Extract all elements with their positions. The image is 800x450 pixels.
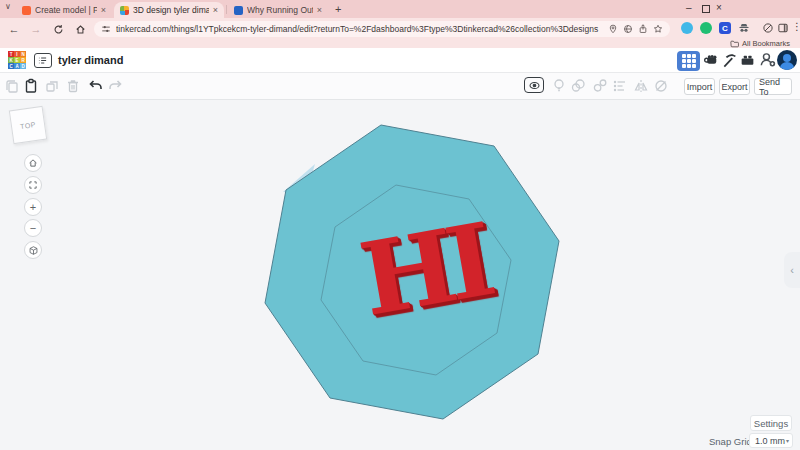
align-icon — [612, 78, 628, 94]
design-title[interactable]: tyler dimand — [58, 54, 123, 66]
group-button[interactable] — [570, 78, 586, 94]
home-icon — [75, 24, 86, 35]
forward-button[interactable]: → — [28, 21, 44, 37]
bulb-icon — [551, 78, 567, 94]
tab-close-icon[interactable]: × — [213, 6, 218, 15]
ungroup-icon — [592, 78, 608, 94]
redo-button[interactable] — [107, 78, 123, 94]
duplicate-button[interactable] — [44, 78, 60, 94]
zoom-in-button[interactable]: + — [24, 198, 42, 216]
all-bookmarks-button[interactable]: All Bookmarks — [730, 39, 790, 48]
export-button[interactable]: Export — [719, 78, 750, 95]
folder-icon — [730, 40, 739, 48]
browser-toolbar: ← → tinkercad.com/things/l1YTpkcekcm-tyl… — [0, 18, 800, 40]
paste-button[interactable] — [23, 78, 39, 94]
url-text[interactable]: tinkercad.com/things/l1YTpkcekcm-tyler-d… — [116, 24, 603, 34]
align-button[interactable] — [612, 78, 628, 94]
plus-icon: + — [30, 202, 36, 213]
redo-icon — [107, 78, 123, 94]
delete-button[interactable] — [65, 78, 81, 94]
blocks-mode-button[interactable] — [721, 51, 738, 68]
tab-article[interactable]: Why Running Outdoors In The... × — [228, 2, 328, 18]
tab-printables[interactable]: Create model | Printables.com × — [16, 2, 112, 18]
site-info-icon[interactable] — [101, 24, 111, 34]
tab-close-icon[interactable]: × — [317, 6, 322, 15]
snap-grid-value: 1.0 mm — [755, 436, 785, 446]
editor-toolbar: Import Export Send To — [0, 73, 800, 100]
profile-icon[interactable] — [762, 22, 774, 34]
share-icon[interactable] — [638, 24, 648, 34]
import-button[interactable]: Import — [684, 78, 715, 95]
view-home-button[interactable] — [24, 154, 42, 172]
extension-c-icon[interactable]: C — [719, 22, 731, 34]
location-icon[interactable] — [608, 24, 618, 34]
sim-lab-button[interactable] — [703, 51, 720, 68]
shapes-panel-toggle[interactable]: ‹ — [784, 252, 800, 288]
snap-grid-dropdown[interactable]: 1.0 mm ▾ — [749, 433, 793, 448]
pickaxe-icon — [721, 51, 738, 68]
tab-tinkercad[interactable]: 3D design tyler dimand | Tinke... × — [114, 2, 224, 18]
send-to-button[interactable]: Send To — [754, 78, 792, 95]
chevron-left-icon: ‹ — [790, 264, 794, 276]
side-panel-icon[interactable] — [777, 22, 789, 34]
ungroup-button[interactable] — [592, 78, 608, 94]
person-plus-icon — [759, 51, 776, 68]
perspective-toggle-button[interactable] — [24, 241, 42, 259]
workplane-pin-button[interactable] — [551, 78, 567, 94]
tab-separator — [226, 5, 227, 14]
app-window: ∨ Create model | Printables.com × 3D des… — [0, 0, 800, 450]
view-cube[interactable]: TOP — [9, 106, 47, 144]
undo-button[interactable] — [88, 78, 104, 94]
window-maximize-button[interactable] — [702, 5, 710, 13]
new-tab-button[interactable]: + — [335, 3, 341, 15]
model-text[interactable]: HI — [354, 210, 495, 330]
tab-search-icon[interactable]: ∨ — [5, 2, 11, 11]
window-close-button[interactable]: × — [716, 2, 722, 13]
avatar[interactable] — [777, 50, 797, 70]
extension-teal-icon[interactable] — [681, 22, 693, 34]
menu-kebab-icon[interactable]: ⋮ — [792, 21, 800, 32]
viewport-canvas[interactable]: HI TOP + − ‹ Settings Snap Grid 1.0 mm ▾ — [0, 100, 800, 450]
tinkercad-logo[interactable]: T I N K E R C A D — [8, 51, 26, 69]
mirror-button[interactable] — [633, 78, 649, 94]
show-hide-button[interactable] — [524, 77, 544, 93]
mirror-icon — [633, 78, 649, 94]
zoom-out-button[interactable]: − — [24, 219, 42, 237]
home-view-icon — [28, 158, 38, 168]
collaborate-button[interactable] — [759, 51, 776, 68]
caret-down-icon: ▾ — [786, 437, 789, 444]
back-button[interactable]: ← — [6, 21, 22, 37]
omnibox[interactable]: tinkercad.com/things/l1YTpkcekcm-tyler-d… — [94, 21, 670, 37]
fit-view-button[interactable] — [24, 176, 42, 194]
settings-button[interactable]: Settings — [750, 415, 792, 431]
hand-icon — [703, 51, 720, 68]
window-minimize-button[interactable]: – — [686, 2, 692, 13]
bookmark-star-icon[interactable] — [653, 24, 663, 34]
bricks-mode-button[interactable] — [739, 51, 756, 68]
view-3d-button[interactable] — [677, 51, 700, 71]
properties-list-icon — [38, 56, 48, 65]
logo-cell: D — [20, 63, 26, 69]
eye-icon — [528, 80, 541, 91]
extension-green-icon[interactable] — [700, 22, 712, 34]
duplicate-icon — [44, 78, 60, 94]
grid-icon — [682, 54, 696, 68]
home-button[interactable] — [72, 21, 88, 37]
tab-title: 3D design tyler dimand | Tinke... — [133, 5, 209, 15]
trash-icon — [65, 78, 81, 94]
reload-icon — [53, 24, 64, 35]
fit-view-icon — [28, 180, 38, 190]
all-bookmarks-label: All Bookmarks — [742, 39, 790, 48]
notes-button[interactable] — [653, 78, 669, 94]
design-properties-button[interactable] — [34, 53, 52, 68]
tab-close-icon[interactable]: × — [101, 6, 106, 15]
incognito-icon[interactable] — [738, 22, 750, 34]
paste-icon — [23, 78, 39, 94]
reload-button[interactable] — [50, 21, 66, 37]
tinkercad-favicon — [120, 6, 129, 15]
brick-icon — [739, 51, 756, 68]
view-cube-label: TOP — [20, 120, 37, 129]
tab-title: Why Running Outdoors In The... — [247, 5, 313, 15]
copy-button[interactable] — [4, 78, 20, 94]
translate-icon[interactable] — [623, 24, 633, 34]
